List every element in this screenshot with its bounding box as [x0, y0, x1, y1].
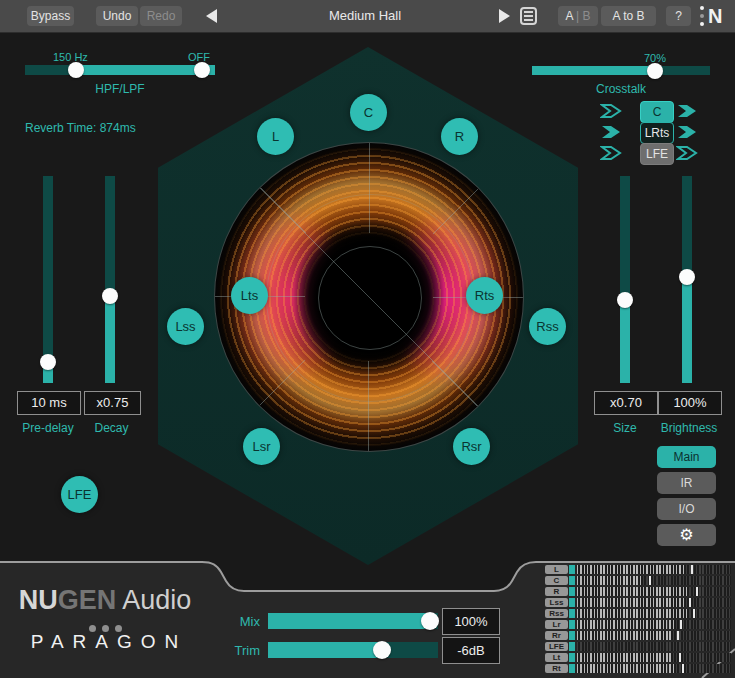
- tab-ir[interactable]: IR: [657, 472, 716, 494]
- lpf-handle[interactable]: [194, 62, 210, 78]
- puck-lts[interactable]: Lts: [231, 277, 268, 314]
- route-in-lrts-icon[interactable]: [600, 124, 624, 140]
- ab-b-label: B: [583, 9, 591, 23]
- mix-slider[interactable]: [268, 613, 438, 629]
- meter-chip: Rss: [545, 609, 568, 618]
- meter-chip: Lss: [545, 598, 568, 607]
- hpf-value: 150 Hz: [53, 51, 88, 63]
- hpf-lpf-slider[interactable]: [25, 65, 215, 75]
- trim-handle[interactable]: [373, 641, 391, 659]
- pre-delay-label: Pre-delay: [17, 421, 79, 435]
- redo-button[interactable]: Redo: [140, 6, 182, 26]
- preset-menu-icon[interactable]: [520, 7, 537, 25]
- hpf-lpf-label: HPF/LPF: [25, 82, 215, 96]
- route-out-lfe-icon[interactable]: [676, 145, 700, 161]
- a-to-b-button[interactable]: A to B: [601, 6, 656, 26]
- brightness-slider[interactable]: [682, 176, 692, 383]
- paragon-plugin-window: Bypass Undo Redo Medium Hall A | B A to …: [0, 0, 735, 678]
- brightness-handle[interactable]: [679, 269, 695, 285]
- meter-chip: R: [545, 587, 568, 596]
- meter-chip: Rr: [545, 631, 568, 640]
- route-lrts-button[interactable]: LRts: [640, 122, 674, 144]
- product-name: PARAGON: [0, 631, 218, 653]
- next-preset-icon[interactable]: [499, 9, 510, 23]
- route-c-button[interactable]: C: [640, 101, 674, 123]
- tab-io[interactable]: I/O: [657, 498, 716, 520]
- meter-chip: Rt: [545, 664, 568, 673]
- pre-delay-value[interactable]: 10 ms: [17, 391, 81, 415]
- route-out-c-icon[interactable]: [676, 103, 700, 119]
- mix-value[interactable]: 100%: [442, 608, 500, 635]
- reverb-time-readout: Reverb Time: 874ms: [25, 121, 136, 135]
- mix-fill: [268, 613, 430, 629]
- size-label: Size: [594, 421, 656, 435]
- decay-handle[interactable]: [102, 288, 118, 304]
- meter-chip: Lt: [545, 653, 568, 662]
- trim-fill: [268, 642, 382, 658]
- route-in-lfe-icon[interactable]: [600, 145, 624, 161]
- meter-chip: L: [545, 565, 568, 574]
- crosstalk-label: Crosstalk: [532, 82, 710, 96]
- ab-a-label: A: [565, 9, 572, 23]
- puck-r[interactable]: R: [441, 118, 478, 155]
- meter-chip: C: [545, 576, 568, 585]
- bypass-button[interactable]: Bypass: [27, 6, 74, 26]
- size-fill: [620, 300, 630, 383]
- decay-slider[interactable]: [105, 176, 115, 383]
- decay-fill: [105, 296, 115, 383]
- brightness-fill: [682, 277, 692, 383]
- crosstalk-slider[interactable]: [532, 66, 710, 75]
- previous-preset-icon[interactable]: [206, 9, 217, 23]
- pre-delay-handle[interactable]: [40, 354, 56, 370]
- brand-wordmark: NUGEN Audio: [0, 585, 210, 616]
- settings-button[interactable]: ⚙: [657, 524, 716, 546]
- mix-label: Mix: [220, 614, 260, 629]
- undo-button[interactable]: Undo: [96, 6, 138, 26]
- size-slider[interactable]: [620, 176, 630, 383]
- preset-name[interactable]: Medium Hall: [240, 0, 490, 32]
- brightness-value[interactable]: 100%: [658, 391, 722, 415]
- route-out-lrts-icon[interactable]: [676, 124, 700, 140]
- nugen-logo: N: [700, 4, 732, 29]
- route-in-c-icon[interactable]: [600, 103, 624, 119]
- puck-lsr[interactable]: Lsr: [243, 428, 280, 465]
- trim-slider[interactable]: [268, 642, 438, 658]
- pre-delay-slider[interactable]: [43, 176, 53, 383]
- puck-rss[interactable]: Rss: [529, 308, 566, 345]
- meter-chip: LFE: [545, 642, 568, 651]
- puck-lss[interactable]: Lss: [167, 308, 204, 345]
- puck-lfe[interactable]: LFE: [61, 476, 98, 513]
- tab-main[interactable]: Main: [657, 446, 716, 468]
- decay-label: Decay: [84, 421, 139, 435]
- brightness-label: Brightness: [652, 421, 726, 435]
- puck-l[interactable]: L: [257, 118, 294, 155]
- top-toolbar: Bypass Undo Redo Medium Hall A | B A to …: [0, 0, 735, 33]
- ab-compare-button[interactable]: A | B: [558, 6, 598, 26]
- size-handle[interactable]: [617, 292, 633, 308]
- puck-rsr[interactable]: Rsr: [453, 428, 490, 465]
- crosstalk-handle[interactable]: [647, 63, 663, 79]
- help-button[interactable]: ?: [666, 6, 691, 26]
- mix-handle[interactable]: [421, 612, 439, 630]
- trim-value[interactable]: -6dB: [442, 637, 500, 664]
- decay-value[interactable]: x0.75: [84, 391, 141, 415]
- trim-label: Trim: [220, 643, 260, 658]
- gear-icon: ⚙: [679, 526, 693, 543]
- size-value[interactable]: x0.70: [594, 391, 658, 415]
- crosstalk-fill: [532, 66, 655, 75]
- meter-chip: Lr: [545, 620, 568, 629]
- puck-rts[interactable]: Rts: [466, 277, 503, 314]
- route-lfe-button[interactable]: LFE: [640, 143, 674, 165]
- puck-c[interactable]: C: [350, 94, 387, 131]
- hpf-handle[interactable]: [68, 62, 84, 78]
